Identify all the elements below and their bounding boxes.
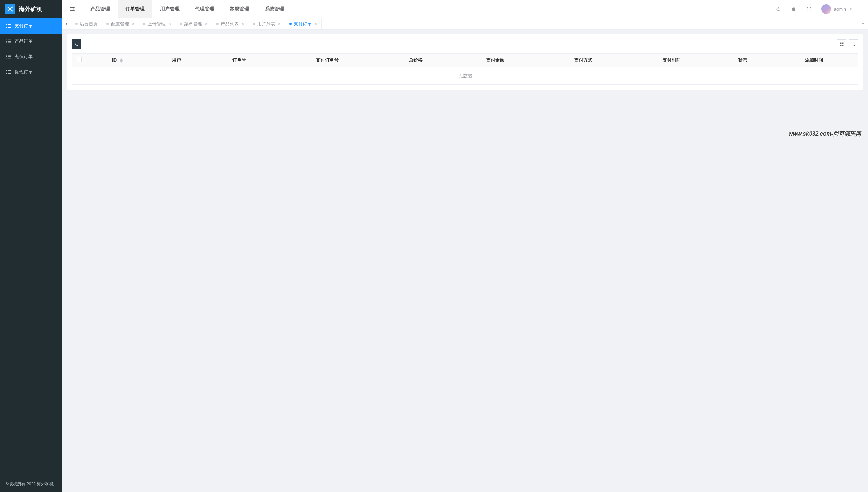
sidebar-toggle-button[interactable] (62, 0, 83, 18)
tab-dot-icon (75, 23, 78, 25)
brand: 海外矿机 (0, 0, 62, 18)
user-name: admin (834, 7, 846, 12)
refresh-button[interactable] (772, 2, 785, 16)
tab-menu[interactable]: 菜单管理 × (175, 18, 212, 29)
table-toolbar (72, 39, 858, 49)
columns-button[interactable] (837, 39, 846, 49)
topnav-label: 用户管理 (160, 6, 180, 12)
svg-rect-15 (6, 43, 7, 43)
search-button[interactable] (849, 39, 858, 49)
tab-close-icon[interactable]: × (278, 22, 281, 26)
tab-dot-icon (289, 23, 292, 25)
side-nav: 支付订单 产品订单 充值订单 提现订单 (0, 18, 62, 476)
tab-label: 产品列表 (221, 21, 239, 27)
topnav-label: 系统管理 (265, 6, 284, 12)
sidebar-item-label: 产品订单 (15, 38, 33, 45)
svg-rect-19 (6, 56, 7, 57)
svg-rect-12 (8, 40, 11, 40)
tab-label: 用户列表 (257, 21, 275, 27)
col-user: 用户 (149, 54, 204, 67)
tab-users[interactable]: 用户列表 × (248, 18, 285, 29)
col-total-price: 总价格 (380, 54, 451, 67)
sidebar-item-withdraw-orders[interactable]: 提现订单 (0, 64, 62, 80)
col-id[interactable]: ID ▲▼ (86, 54, 149, 67)
sidebar-item-product-orders[interactable]: 产品订单 (0, 34, 62, 49)
sidebar-item-recharge-orders[interactable]: 充值订单 (0, 49, 62, 64)
tab-dot-icon (216, 23, 219, 25)
copyright: ©版权所有 2022 海外矿机 (0, 476, 62, 492)
tab-close-icon[interactable]: × (315, 22, 317, 26)
topnav-system-mgmt[interactable]: 系统管理 (257, 0, 292, 18)
watermark: www.sk032.com-尚可源码网 (789, 130, 861, 138)
tabs-row: 后台首页 配置管理 × 上传管理 × 菜单管理 × (62, 18, 868, 30)
svg-rect-14 (8, 41, 11, 42)
svg-rect-28 (8, 73, 11, 74)
list-icon (6, 70, 11, 74)
fullscreen-button[interactable] (803, 2, 816, 16)
topnav-label: 代理管理 (195, 6, 214, 12)
tab-close-icon[interactable]: × (242, 22, 244, 26)
topnav-general-mgmt[interactable]: 常规管理 (222, 0, 257, 18)
svg-rect-7 (6, 26, 7, 26)
col-status: 状态 (716, 54, 770, 67)
empty-message: 无数据 (72, 67, 858, 85)
topnav-product-mgmt[interactable]: 产品管理 (83, 0, 118, 18)
topnav-label: 产品管理 (90, 6, 110, 12)
svg-rect-29 (70, 7, 75, 8)
tabs-scroll-right[interactable] (849, 18, 858, 29)
tab-home[interactable]: 后台首页 (71, 18, 102, 29)
list-icon (6, 24, 11, 29)
tabs-scroll-left[interactable] (62, 18, 71, 29)
tabs-dropdown-button[interactable] (858, 18, 868, 29)
topnav-order-mgmt[interactable]: 订单管理 (118, 0, 152, 18)
svg-rect-25 (6, 72, 7, 72)
svg-rect-23 (6, 70, 7, 71)
tab-products[interactable]: 产品列表 × (212, 18, 248, 29)
sidebar-item-pay-orders[interactable]: 支付订单 (0, 18, 62, 34)
svg-rect-17 (6, 55, 7, 56)
svg-rect-31 (70, 10, 75, 11)
content: ID ▲▼ 用户 订单号 支付订单号 总价格 支付金额 支付方式 支付时间 状态… (62, 30, 868, 492)
select-all-checkbox[interactable] (77, 57, 82, 62)
sort-icon[interactable]: ▲▼ (119, 58, 124, 63)
svg-rect-30 (70, 9, 73, 9)
avatar (821, 4, 831, 14)
tab-pay-orders[interactable]: 支付订单 × (285, 18, 322, 29)
topnav-user-mgmt[interactable]: 用户管理 (152, 0, 187, 18)
topnav-agent-mgmt[interactable]: 代理管理 (187, 0, 222, 18)
tab-label: 后台首页 (80, 21, 98, 27)
tab-close-icon[interactable]: × (205, 22, 207, 26)
refresh-table-button[interactable] (72, 39, 81, 49)
topbar-actions: admin ▼ ⋮ (772, 2, 863, 16)
main: 产品管理 订单管理 用户管理 代理管理 常规管理 系统管理 (62, 0, 868, 492)
svg-rect-33 (842, 42, 843, 44)
svg-rect-6 (8, 24, 11, 25)
tab-upload[interactable]: 上传管理 × (139, 18, 175, 29)
svg-rect-8 (8, 26, 11, 26)
brand-logo-icon (5, 4, 15, 14)
svg-rect-26 (8, 72, 11, 72)
svg-rect-22 (8, 58, 11, 59)
topnav-label: 常规管理 (230, 6, 249, 12)
user-dropdown[interactable]: admin ▼ (821, 4, 852, 14)
tab-dot-icon (106, 23, 109, 25)
svg-rect-35 (842, 45, 843, 46)
svg-point-36 (852, 43, 854, 45)
svg-rect-20 (8, 56, 11, 57)
tab-dot-icon (180, 23, 182, 25)
tabs-scroll: 后台首页 配置管理 × 上传管理 × 菜单管理 × (71, 18, 849, 29)
col-created-at: 添加时间 (770, 54, 858, 67)
tab-config[interactable]: 配置管理 × (102, 18, 139, 29)
sidebar: 海外矿机 支付订单 产品订单 充值订单 提现订单 ©版权所有 2022 海外矿机 (0, 0, 62, 492)
svg-rect-10 (8, 27, 11, 28)
svg-rect-34 (840, 45, 841, 46)
col-pay-amount: 支付金额 (451, 54, 539, 67)
more-menu-button[interactable]: ⋮ (854, 7, 863, 12)
svg-rect-32 (840, 42, 841, 44)
topbar: 产品管理 订单管理 用户管理 代理管理 常规管理 系统管理 (62, 0, 868, 18)
sidebar-item-label: 支付订单 (15, 23, 33, 29)
tab-close-icon[interactable]: × (168, 22, 171, 26)
col-pay-method: 支付方式 (539, 54, 628, 67)
tab-close-icon[interactable]: × (132, 22, 134, 26)
trash-button[interactable] (787, 2, 800, 16)
